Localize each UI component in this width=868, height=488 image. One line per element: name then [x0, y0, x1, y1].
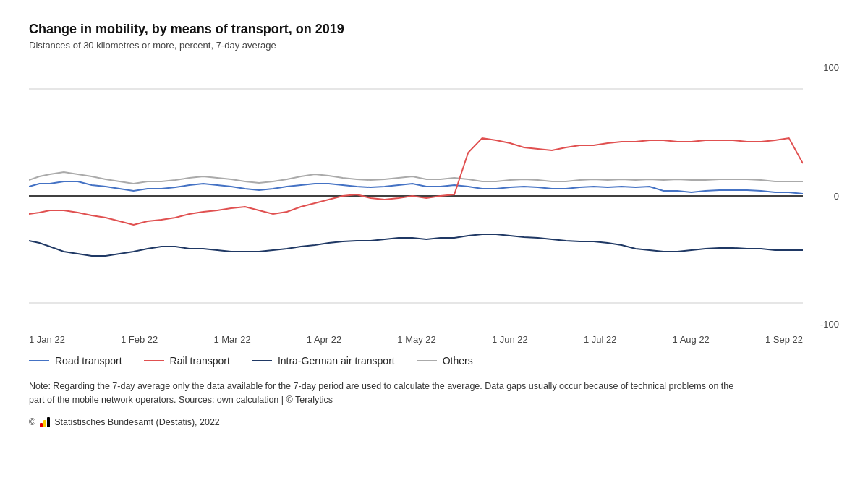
x-axis-labels: 1 Jan 22 1 Feb 22 1 Mar 22 1 Apr 22 1 Ma…: [29, 330, 839, 345]
legend-rail: Rail transport: [144, 355, 230, 367]
road-line: [29, 181, 803, 194]
chart-subtitle: Distances of 30 kilometres or more, perc…: [29, 40, 839, 51]
chart-title: Change in mobility, by means of transpor…: [29, 22, 839, 37]
x-label-may: 1 May 22: [397, 334, 435, 345]
y-axis-labels: 100 0 -100: [810, 62, 839, 330]
y-label-100: 100: [823, 62, 839, 73]
copyright-symbol: ©: [29, 417, 35, 427]
x-label-jul: 1 Jul 22: [584, 334, 617, 345]
legend: Road transport Rail transport Intra-Germ…: [29, 355, 839, 367]
page-container: Change in mobility, by means of transpor…: [0, 0, 868, 488]
legend-air: Intra-German air transport: [252, 355, 395, 367]
x-label-feb: 1 Feb 22: [121, 334, 158, 345]
footer-text: Statistisches Bundesamt (Destatis), 2022: [54, 417, 220, 427]
chart-area: 100 0 -100: [29, 62, 839, 330]
chart-inner: [29, 62, 803, 330]
air-line: [29, 234, 803, 256]
note-text: Note: Regarding the 7-day average only t…: [29, 380, 738, 407]
legend-others-label: Others: [443, 355, 473, 367]
destatis-icon: [40, 417, 50, 427]
legend-air-line: [252, 360, 272, 361]
legend-road: Road transport: [29, 355, 122, 367]
y-label-neg100: -100: [820, 319, 839, 330]
legend-others: Others: [417, 355, 473, 367]
legend-others-line: [417, 360, 437, 361]
legend-rail-label: Rail transport: [170, 355, 230, 367]
x-label-jun: 1 Jun 22: [492, 334, 528, 345]
legend-road-line: [29, 360, 49, 361]
legend-road-label: Road transport: [55, 355, 122, 367]
x-label-aug: 1 Aug 22: [673, 334, 710, 345]
x-label-mar: 1 Mar 22: [213, 334, 250, 345]
x-label-jan: 1 Jan 22: [29, 334, 65, 345]
legend-air-label: Intra-German air transport: [278, 355, 395, 367]
footer: © Statistisches Bundesamt (Destatis), 20…: [29, 417, 839, 427]
x-label-sep: 1 Sep 22: [765, 334, 803, 345]
y-label-0: 0: [834, 191, 839, 202]
x-label-apr: 1 Apr 22: [307, 334, 341, 345]
others-line: [29, 172, 803, 184]
legend-rail-line: [144, 360, 164, 361]
chart-svg: [29, 62, 803, 330]
